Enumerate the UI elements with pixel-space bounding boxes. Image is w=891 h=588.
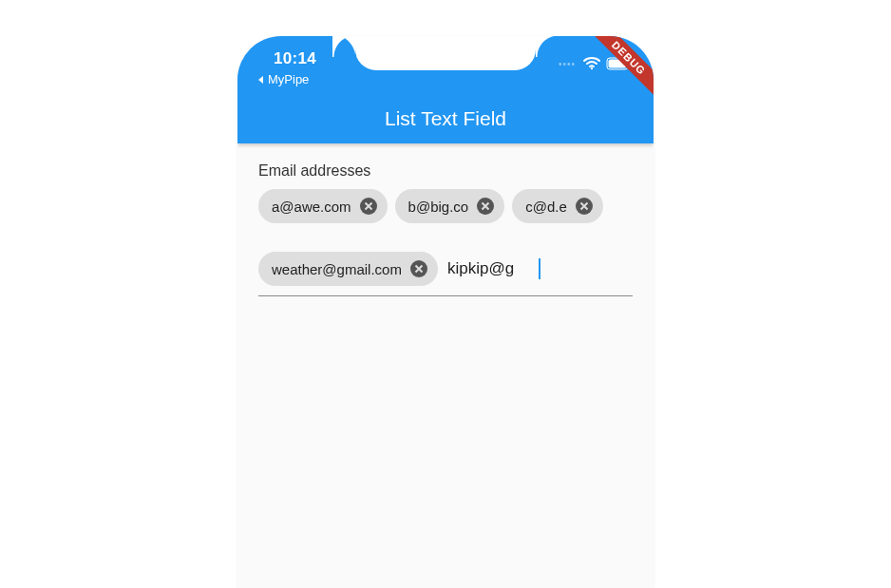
text-caret bbox=[539, 258, 540, 279]
status-time: 10:14 bbox=[274, 49, 316, 68]
chip-text: b@big.co bbox=[408, 199, 469, 215]
email-chip: a@awe.com bbox=[258, 189, 388, 223]
email-chip: c@d.e bbox=[512, 189, 603, 223]
app-header: 10:14 MyPipe •••• DEBUG List Text Field bbox=[237, 36, 654, 143]
wifi-icon bbox=[583, 57, 600, 70]
back-triangle-icon bbox=[256, 75, 266, 85]
phone-frame: 10:14 MyPipe •••• DEBUG List Text Field … bbox=[237, 36, 654, 588]
close-circle-icon bbox=[409, 259, 428, 278]
field-label: Email addresses bbox=[258, 162, 633, 180]
chip-remove-button[interactable] bbox=[575, 197, 594, 216]
close-circle-icon bbox=[575, 197, 594, 216]
chip-text: a@awe.com bbox=[272, 199, 351, 215]
email-chip-input[interactable]: a@awe.com b@big.co c@d.e weather@gmail bbox=[258, 189, 633, 296]
back-to-app-button[interactable]: MyPipe bbox=[256, 72, 309, 86]
email-chip: b@big.co bbox=[395, 189, 505, 223]
content-area: Email addresses a@awe.com b@big.co c@d.e bbox=[237, 143, 654, 315]
cellular-dots-icon: •••• bbox=[559, 59, 576, 69]
svg-point-0 bbox=[591, 67, 593, 69]
page-title: List Text Field bbox=[237, 107, 654, 130]
chip-remove-button[interactable] bbox=[409, 259, 428, 278]
chip-text: c@d.e bbox=[525, 199, 567, 215]
chip-text: weather@gmail.com bbox=[272, 261, 402, 277]
back-to-app-label: MyPipe bbox=[268, 72, 309, 86]
email-chip: weather@gmail.com bbox=[258, 252, 438, 286]
close-circle-icon bbox=[476, 197, 495, 216]
email-text-input-wrapper[interactable] bbox=[446, 252, 540, 286]
close-circle-icon bbox=[359, 197, 378, 216]
chip-remove-button[interactable] bbox=[359, 197, 378, 216]
device-notch bbox=[355, 36, 536, 70]
chip-remove-button[interactable] bbox=[476, 197, 495, 216]
email-text-input[interactable] bbox=[446, 252, 540, 286]
row-break bbox=[258, 231, 633, 244]
